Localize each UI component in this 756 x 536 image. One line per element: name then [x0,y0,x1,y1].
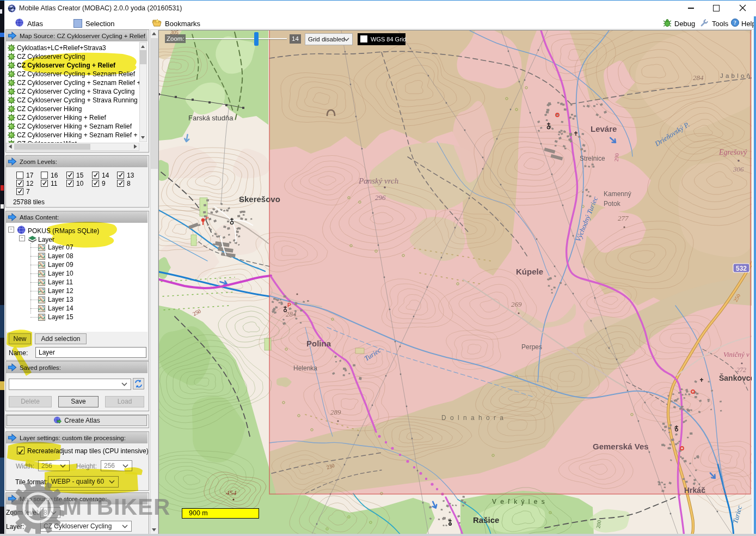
svg-text:P: P [206,216,209,221]
svg-text:V e ľ k ý l e s: V e ľ k ý l e s [492,498,546,505]
svg-text:Rašice: Rašice [473,515,499,525]
svg-text:?: ? [734,20,736,26]
svg-text:Farská studňa: Farská studňa [188,114,233,122]
svg-text:MTBIKER: MTBIKER [63,494,170,520]
svg-text:454: 454 [226,489,237,497]
